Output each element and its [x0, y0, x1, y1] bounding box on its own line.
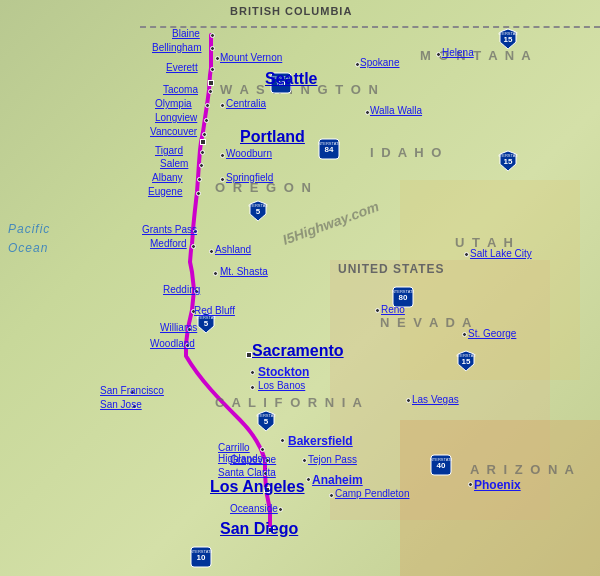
bellingham-label[interactable]: Bellingham — [152, 42, 201, 53]
svg-text:80: 80 — [399, 293, 408, 302]
helena-dot — [436, 52, 441, 57]
svg-text:15: 15 — [462, 357, 471, 366]
blaine-dot — [210, 33, 215, 38]
losbanos-dot — [250, 385, 255, 390]
reno-label[interactable]: Reno — [381, 304, 405, 315]
ashland-label[interactable]: Ashland — [215, 244, 251, 255]
medford-dot — [191, 244, 196, 249]
santaclarita-label[interactable]: Santa Clarita — [218, 467, 276, 478]
svg-text:15: 15 — [504, 35, 513, 44]
svg-text:INTERSTATE: INTERSTATE — [498, 153, 518, 158]
california-label: C A L I F O R N I A — [215, 395, 364, 410]
bakersfield-label[interactable]: Bakersfield — [288, 434, 353, 448]
vancouver-dot — [202, 132, 207, 137]
longview-dot — [204, 118, 209, 123]
wallawalla-label[interactable]: Walla Walla — [370, 105, 422, 116]
svg-text:84: 84 — [325, 145, 334, 154]
helena-label[interactable]: Helena — [442, 47, 474, 58]
lasvegas-dot — [406, 398, 411, 403]
redbluff-label[interactable]: Red Bluff — [194, 305, 235, 316]
centralia-label[interactable]: Centralia — [226, 98, 266, 109]
stockton-dot — [250, 370, 255, 375]
anaheim-label[interactable]: Anaheim — [312, 473, 363, 487]
camppendleton-label[interactable]: Camp Pendleton — [335, 488, 410, 499]
medford-label[interactable]: Medford — [150, 238, 187, 249]
grantspass-label[interactable]: Grants Pass — [142, 224, 197, 235]
oceanside-label[interactable]: Oceanside — [230, 503, 278, 514]
portland-square — [200, 139, 206, 145]
lasvegas-label[interactable]: Las Vegas — [412, 394, 459, 405]
united-states-label: UNITED STATES — [338, 262, 445, 276]
oceanside-dot — [278, 507, 283, 512]
salem-dot — [199, 163, 204, 168]
springfield-dot — [220, 177, 225, 182]
i15-shield-north: 15 INTERSTATE — [498, 28, 518, 52]
tigard-label[interactable]: Tigard — [155, 145, 183, 156]
svg-text:5: 5 — [204, 319, 209, 328]
grapevine-label[interactable]: Grapevine — [230, 454, 276, 465]
i40-shield: 40 INTERSTATE — [430, 454, 452, 478]
everett-label[interactable]: Everett — [166, 62, 198, 73]
slc-dot — [464, 252, 469, 257]
phoenix-dot — [468, 482, 473, 487]
map-container: BRITISH COLUMBIA PacificOcean W A S H I … — [0, 0, 600, 576]
i5-shield-ca-central: 5 INTERSTATE — [256, 410, 276, 434]
tejonpass-label[interactable]: Tejon Pass — [308, 454, 357, 465]
nevada-label: N E V A D A — [380, 315, 474, 330]
anaheim-dot — [306, 477, 311, 482]
mtshasta-label[interactable]: Mt. Shasta — [220, 266, 268, 277]
mountvernon-label[interactable]: Mount Vernon — [220, 52, 282, 63]
camppendleton-dot — [329, 493, 334, 498]
salem-label[interactable]: Salem — [160, 158, 188, 169]
longview-label[interactable]: Longview — [155, 112, 197, 123]
phoenix-label[interactable]: Phoenix — [474, 478, 521, 492]
spokane-label[interactable]: Spokane — [360, 57, 399, 68]
i5-shield-oregon: 5 INTERSTATE — [248, 200, 268, 224]
olympia-label[interactable]: Olympia — [155, 98, 192, 109]
svg-text:INTERSTATE: INTERSTATE — [430, 457, 452, 462]
svg-text:INTERSTATE: INTERSTATE — [318, 141, 340, 146]
losbanos-label[interactable]: Los Banos — [258, 380, 305, 391]
stgeorge-dot — [462, 332, 467, 337]
eugene-label[interactable]: Eugene — [148, 186, 182, 197]
bakersfield-dot — [280, 438, 285, 443]
vancouver-label[interactable]: Vancouver — [150, 126, 197, 137]
i15-shield-utah: 15 INTERSTATE — [498, 150, 518, 174]
blaine-label[interactable]: Blaine — [172, 28, 200, 39]
ashland-dot — [209, 249, 214, 254]
williams-label[interactable]: Williams — [160, 322, 197, 333]
losangeles-label[interactable]: Los Angeles — [210, 478, 305, 496]
centralia-dot — [220, 103, 225, 108]
sanjose-label[interactable]: San Jose — [100, 399, 142, 410]
tigard-dot — [200, 150, 205, 155]
i10-shield: 10 INTERSTATE — [190, 546, 212, 570]
svg-text:INTERSTATE: INTERSTATE — [190, 549, 212, 554]
sandiego-label[interactable]: San Diego — [220, 520, 298, 538]
sanfrancisco-label[interactable]: San Francisco — [100, 385, 164, 396]
mtshasta-dot — [213, 271, 218, 276]
woodland-label[interactable]: Woodland — [150, 338, 195, 349]
albany-label[interactable]: Albany — [152, 172, 183, 183]
woodburn-dot — [220, 153, 225, 158]
slc-label[interactable]: Salt Lake City — [470, 248, 532, 259]
tacoma-dot — [208, 89, 213, 94]
svg-text:INTERSTATE: INTERSTATE — [498, 31, 518, 36]
svg-text:5: 5 — [256, 207, 261, 216]
seattle-label[interactable]: Seattle — [265, 70, 317, 88]
stgeorge-label[interactable]: St. George — [468, 328, 516, 339]
redding-label[interactable]: Redding — [163, 284, 200, 295]
british-columbia-label: BRITISH COLUMBIA — [230, 5, 352, 17]
reno-dot — [375, 308, 380, 313]
seattle-square — [208, 80, 214, 86]
sacramento-label[interactable]: Sacramento — [252, 342, 344, 360]
eugene-dot — [196, 191, 201, 196]
tacoma-label[interactable]: Tacoma — [163, 84, 198, 95]
svg-text:INTERSTATE: INTERSTATE — [256, 413, 276, 418]
stockton-label[interactable]: Stockton — [258, 365, 309, 379]
i84-shield: 84 INTERSTATE — [318, 138, 340, 162]
tejonpass-dot — [302, 458, 307, 463]
springfield-label[interactable]: Springfield — [226, 172, 273, 183]
woodburn-label[interactable]: Woodburn — [226, 148, 272, 159]
olympia-dot — [205, 103, 210, 108]
portland-label[interactable]: Portland — [240, 128, 305, 146]
